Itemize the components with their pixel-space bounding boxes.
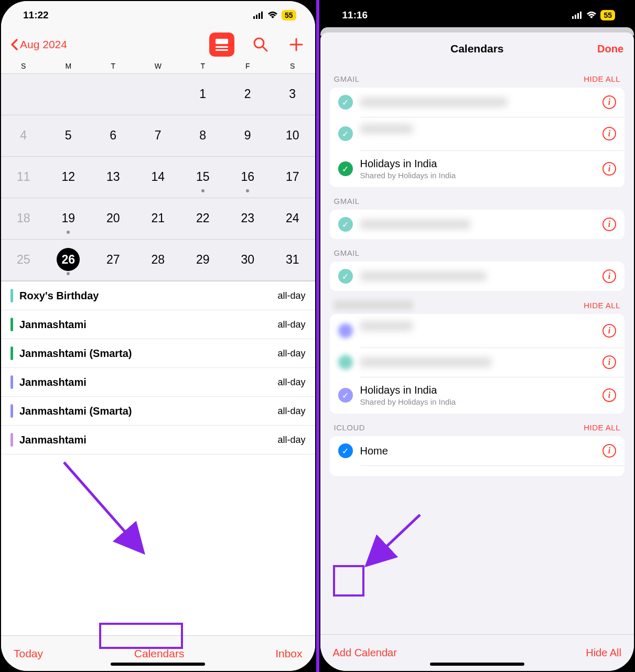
info-button[interactable]: i	[602, 218, 616, 231]
check-icon[interactable]: ✓	[338, 95, 353, 110]
day-cell[interactable]: 22	[180, 198, 225, 239]
day-cell[interactable]: 20	[91, 198, 136, 239]
day-cell[interactable]	[91, 74, 136, 115]
day-cell[interactable]: 8	[180, 115, 225, 156]
hide-all-button[interactable]: HIDE ALL	[584, 423, 620, 432]
day-cell[interactable]: 13	[91, 157, 136, 198]
day-cell[interactable]	[46, 74, 91, 115]
day-cell-today[interactable]: 26	[46, 240, 91, 280]
day-cell[interactable]: 2	[225, 74, 271, 115]
day-cell[interactable]: 15	[180, 157, 225, 198]
calendar-item[interactable]: ✓i	[330, 88, 625, 117]
status-time: 11:16	[342, 9, 368, 21]
check-icon[interactable]	[338, 355, 353, 370]
calendar-item[interactable]: i	[330, 314, 625, 348]
day-cell[interactable]: 11	[1, 157, 46, 198]
day-cell[interactable]	[136, 74, 181, 115]
inbox-button[interactable]: Inbox	[275, 647, 302, 660]
home-indicator[interactable]	[430, 663, 524, 666]
home-indicator[interactable]	[111, 663, 205, 666]
add-calendar-button[interactable]: Add Calendar	[333, 647, 397, 659]
day-cell[interactable]: 4	[1, 115, 46, 156]
battery-indicator: 55	[282, 10, 296, 20]
day-cell[interactable]: 1	[180, 74, 225, 115]
day-cell[interactable]: 16	[225, 157, 271, 198]
month-label: Aug 2024	[20, 38, 67, 51]
check-icon[interactable]	[338, 323, 353, 338]
event-row[interactable]: Roxy's Birthdayall-day	[1, 281, 315, 310]
hide-all-button[interactable]: HIDE ALL	[584, 301, 620, 310]
day-cell[interactable]: 21	[136, 198, 181, 239]
sheet-content[interactable]: GMAIL HIDE ALL ✓i ✓i ✓Holidays in IndiaS…	[320, 65, 634, 634]
info-button[interactable]: i	[602, 162, 616, 176]
event-row[interactable]: Janmashtamiall-day	[1, 368, 315, 397]
event-row[interactable]: Janmashtamiall-day	[1, 426, 315, 454]
wifi-icon	[586, 12, 597, 19]
day-cell[interactable]: 23	[225, 198, 271, 239]
calendar-item[interactable]: i	[330, 348, 625, 377]
done-button[interactable]: Done	[597, 43, 623, 55]
day-cell[interactable]: 5	[46, 115, 91, 156]
calendar-item[interactable]: ✓Holidays in IndiaShared by Holidays in …	[330, 377, 625, 414]
check-icon[interactable]: ✓	[338, 443, 353, 458]
day-cell[interactable]: 19	[46, 198, 91, 239]
info-button[interactable]: i	[602, 444, 616, 458]
calendar-item-home[interactable]: ✓Homei	[330, 436, 625, 465]
day-cell[interactable]: 31	[270, 240, 315, 280]
today-button[interactable]: Today	[14, 647, 43, 660]
right-phone: 11:16 55 Calendars Done GMAIL HIDE ALL ✓…	[320, 1, 634, 671]
calendar-item[interactable]: ✓i	[330, 117, 625, 150]
info-button[interactable]: i	[602, 95, 616, 109]
hide-all-button[interactable]: HIDE ALL	[584, 74, 620, 83]
day-cell[interactable]: 9	[225, 115, 271, 156]
day-cell[interactable]: 6	[91, 115, 136, 156]
add-event-button[interactable]	[287, 35, 306, 54]
section-label: GMAIL	[334, 248, 360, 257]
calendar-item[interactable]: ✓i	[330, 210, 625, 239]
info-button[interactable]: i	[602, 127, 616, 140]
info-button[interactable]: i	[602, 388, 616, 402]
day-cell[interactable]: 10	[270, 115, 315, 156]
day-cell[interactable]: 29	[180, 240, 225, 280]
check-icon[interactable]: ✓	[338, 388, 353, 403]
check-icon[interactable]: ✓	[338, 217, 353, 232]
calendar-item-partial[interactable]	[330, 465, 625, 476]
search-button[interactable]	[251, 35, 270, 54]
section-header-gmail: GMAIL HIDE ALL	[330, 65, 625, 88]
day-cell[interactable]: 12	[46, 157, 91, 198]
calendar-item[interactable]: ✓Holidays in IndiaShared by Holidays in …	[330, 150, 625, 187]
day-cell[interactable]	[1, 74, 46, 115]
section-header-gmail: GMAIL	[330, 187, 625, 210]
day-cell[interactable]: 28	[136, 240, 181, 280]
day-cell[interactable]: 3	[270, 74, 315, 115]
day-cell[interactable]: 14	[136, 157, 181, 198]
check-icon[interactable]: ✓	[338, 126, 353, 141]
check-icon[interactable]: ✓	[338, 161, 353, 176]
day-cell[interactable]: 18	[1, 198, 46, 239]
info-button[interactable]: i	[602, 269, 616, 283]
day-cell[interactable]: 7	[136, 115, 181, 156]
calendar-item[interactable]: ✓i	[330, 262, 625, 291]
search-icon	[253, 37, 268, 52]
check-icon[interactable]: ✓	[338, 269, 353, 284]
month-grid: 1 2 3 4 5 6 7 8 9 10 11 12 13 14 15 16 1…	[1, 74, 315, 281]
info-button[interactable]: i	[602, 355, 616, 369]
status-time: 11:22	[23, 9, 49, 21]
svg-line-8	[263, 47, 267, 51]
info-button[interactable]: i	[602, 324, 616, 338]
day-cell[interactable]: 25	[1, 240, 46, 280]
day-cell[interactable]: 27	[91, 240, 136, 280]
day-cell[interactable]: 24	[270, 198, 315, 239]
calendar-name: Home	[360, 445, 596, 457]
back-month-button[interactable]: Aug 2024	[10, 38, 67, 51]
weekday-label: W	[136, 62, 181, 70]
chevron-left-icon	[10, 39, 18, 50]
hide-all-footer-button[interactable]: Hide All	[586, 647, 621, 659]
event-row[interactable]: Janmashtami (Smarta)all-day	[1, 339, 315, 368]
day-cell[interactable]: 17	[270, 157, 315, 198]
event-row[interactable]: Janmashtami (Smarta)all-day	[1, 397, 315, 426]
event-row[interactable]: Janmashtamiall-day	[1, 310, 315, 339]
day-cell[interactable]: 30	[225, 240, 271, 280]
list-toggle-button[interactable]	[209, 32, 234, 57]
calendars-button[interactable]: Calendars	[134, 647, 185, 660]
